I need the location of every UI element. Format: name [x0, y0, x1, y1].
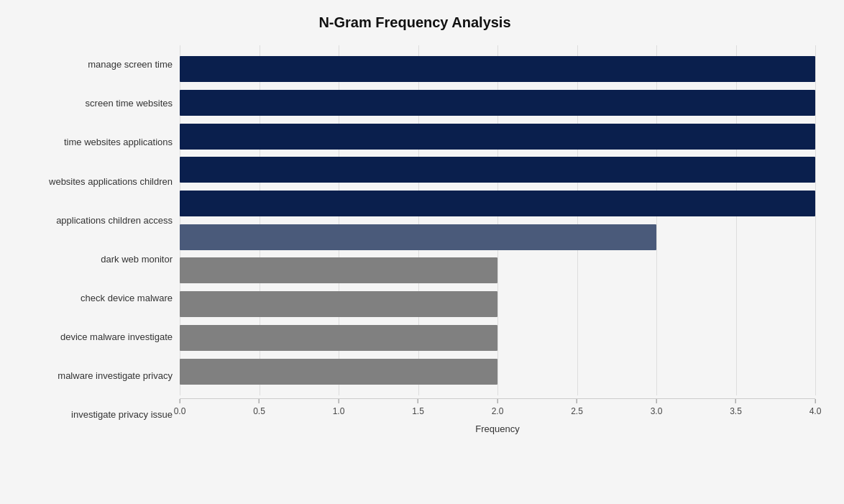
- grid-line: [815, 45, 816, 395]
- x-tick-line: [577, 399, 577, 403]
- y-label: applications children access: [14, 215, 173, 226]
- x-tick-label: 0.5: [253, 406, 265, 416]
- bar: [180, 157, 815, 183]
- x-tick-line: [180, 399, 180, 403]
- bar-row: [180, 357, 815, 386]
- bar-row: [180, 55, 815, 83]
- bar-row: [180, 256, 815, 285]
- bars-and-xaxis: Frequency 0.00.51.01.52.02.53.03.54.0: [180, 45, 815, 434]
- x-tick-line: [815, 399, 816, 403]
- x-tick: 3.0: [651, 399, 663, 416]
- x-tick-line: [259, 399, 260, 403]
- y-label: manage screen time: [14, 59, 173, 70]
- bar: [180, 359, 497, 385]
- chart-container: N-Gram Frequency Analysis manage screen …: [0, 0, 844, 504]
- y-axis-labels: manage screen timescreen time websitesti…: [14, 45, 180, 434]
- chart-area: manage screen timescreen time websitesti…: [14, 45, 815, 434]
- y-label: malware investigate privacy: [14, 370, 173, 382]
- bar: [180, 191, 815, 216]
- bar: [180, 90, 815, 116]
- bar-row: [180, 324, 815, 352]
- bar: [180, 291, 497, 317]
- x-tick: 2.0: [492, 399, 504, 416]
- x-tick: 3.5: [730, 399, 742, 416]
- bar-row: [180, 189, 815, 218]
- x-tick: 2.5: [571, 399, 583, 416]
- x-tick: 0.0: [174, 399, 186, 416]
- x-tick: 1.0: [333, 399, 345, 416]
- bar: [180, 257, 497, 283]
- y-label: investigate privacy issue: [14, 409, 173, 421]
- y-label: check device malware: [14, 293, 173, 304]
- x-axis: Frequency 0.00.51.01.52.02.53.03.54.0: [180, 398, 815, 434]
- y-label: device malware investigate: [14, 331, 173, 343]
- bar-row: [180, 223, 815, 252]
- x-tick-label: 1.5: [412, 406, 424, 416]
- x-tick-label: 4.0: [809, 406, 822, 416]
- bar: [180, 124, 815, 150]
- bar-row: [180, 155, 815, 184]
- bar: [180, 56, 815, 82]
- x-tick-line: [497, 399, 498, 403]
- x-tick: 0.5: [253, 399, 265, 416]
- x-tick-line: [735, 399, 736, 403]
- x-tick-label: 1.0: [333, 406, 345, 416]
- x-tick-label: 2.5: [571, 406, 583, 416]
- x-tick-line: [656, 399, 657, 403]
- x-tick-label: 3.5: [730, 406, 742, 416]
- y-label: dark web monitor: [14, 254, 173, 265]
- x-tick-label: 0.0: [174, 406, 186, 416]
- bar: [180, 224, 656, 250]
- x-tick-label: 2.0: [492, 406, 504, 416]
- x-axis-title: Frequency: [180, 423, 815, 434]
- bar-row: [180, 290, 815, 319]
- x-tick: 1.5: [412, 399, 424, 416]
- y-label: time websites applications: [14, 137, 173, 148]
- x-tick-line: [339, 399, 339, 403]
- chart-title: N-Gram Frequency Analysis: [14, 14, 815, 31]
- bars-region: [180, 45, 815, 395]
- x-tick: 4.0: [809, 399, 822, 416]
- bar-row: [180, 122, 815, 151]
- y-label: websites applications children: [14, 176, 173, 188]
- x-tick-line: [418, 399, 418, 403]
- bar-row: [180, 88, 815, 117]
- x-tick-label: 3.0: [651, 406, 663, 416]
- y-label: screen time websites: [14, 98, 173, 109]
- bar: [180, 325, 497, 351]
